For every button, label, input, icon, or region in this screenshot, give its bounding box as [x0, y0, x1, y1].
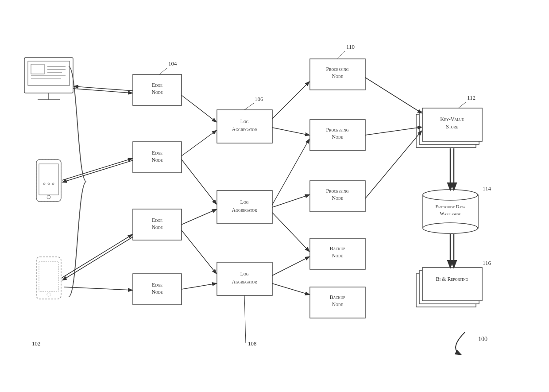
svg-rect-17	[36, 257, 61, 299]
svg-text:112: 112	[467, 94, 476, 101]
svg-text:104: 104	[168, 60, 177, 67]
svg-line-70	[458, 102, 466, 108]
svg-point-14	[52, 183, 54, 185]
svg-text:Key-Value: Key-Value	[440, 116, 464, 122]
svg-line-91	[182, 131, 216, 156]
svg-text:Edge: Edge	[152, 282, 162, 288]
svg-text:Node: Node	[151, 157, 162, 163]
svg-line-103	[365, 78, 421, 113]
svg-line-86	[63, 160, 133, 182]
svg-line-85	[62, 159, 132, 180]
svg-point-12	[43, 183, 45, 185]
svg-line-88	[63, 237, 133, 280]
svg-text:116: 116	[483, 260, 491, 266]
svg-line-87	[62, 235, 132, 278]
svg-text:110: 110	[346, 43, 355, 50]
svg-text:Bi & Reporting: Bi & Reporting	[436, 276, 468, 282]
svg-point-73	[423, 223, 478, 233]
svg-line-99	[272, 195, 309, 207]
svg-text:Processing: Processing	[326, 66, 348, 72]
svg-line-92	[182, 159, 216, 204]
svg-text:Node: Node	[332, 301, 343, 307]
svg-text:Store: Store	[446, 124, 458, 130]
svg-text:Node: Node	[151, 224, 162, 230]
svg-text:106: 106	[255, 96, 263, 102]
svg-line-105	[365, 131, 421, 198]
svg-text:Processing: Processing	[326, 188, 348, 194]
svg-line-33	[159, 68, 167, 74]
svg-rect-2	[31, 64, 44, 74]
svg-text:Edge: Edge	[152, 217, 162, 223]
svg-line-97	[272, 128, 309, 135]
svg-line-83	[73, 89, 132, 93]
svg-line-93	[182, 210, 216, 225]
svg-line-63	[337, 51, 345, 59]
svg-rect-79	[422, 268, 482, 301]
svg-line-104	[365, 127, 421, 135]
svg-text:Log: Log	[240, 199, 249, 205]
svg-line-102	[272, 283, 309, 295]
svg-text:Node: Node	[151, 289, 162, 295]
svg-line-44	[244, 103, 254, 110]
svg-line-100	[272, 213, 309, 251]
svg-text:Backup: Backup	[329, 294, 345, 300]
svg-point-72	[423, 190, 478, 200]
svg-text:Node: Node	[332, 73, 343, 79]
svg-text:Aggregator: Aggregator	[232, 126, 258, 132]
svg-line-95	[182, 283, 216, 289]
svg-line-96	[272, 82, 309, 119]
svg-text:Aggregator: Aggregator	[232, 279, 258, 285]
svg-line-94	[182, 230, 216, 273]
svg-text:Backup: Backup	[329, 245, 345, 252]
svg-point-15	[47, 195, 50, 199]
svg-text:108: 108	[248, 340, 257, 347]
svg-text:Log: Log	[240, 118, 249, 124]
svg-text:Node: Node	[332, 195, 343, 201]
svg-point-13	[48, 183, 50, 185]
svg-text:Processing: Processing	[326, 127, 348, 133]
label-102: 102	[32, 340, 41, 347]
svg-rect-0	[24, 58, 73, 93]
diagram-container: 102 Edge Node Edge Node Edge Node Edge N…	[0, 0, 549, 392]
svg-text:Node: Node	[332, 252, 343, 259]
svg-text:Aggregator: Aggregator	[232, 207, 258, 213]
svg-text:Node: Node	[151, 89, 162, 95]
svg-text:Edge: Edge	[152, 150, 162, 156]
svg-rect-1	[28, 61, 70, 85]
svg-line-46	[244, 295, 246, 343]
svg-text:Log: Log	[240, 271, 249, 277]
svg-text:100: 100	[478, 336, 487, 342]
svg-line-101	[272, 257, 309, 276]
svg-line-98	[272, 140, 309, 205]
svg-line-89	[64, 287, 132, 290]
svg-text:Warehouse: Warehouse	[440, 211, 460, 216]
svg-point-19	[47, 293, 50, 296]
svg-rect-18	[39, 261, 58, 291]
svg-line-84	[74, 86, 133, 91]
svg-text:Node: Node	[332, 134, 343, 140]
svg-text:Edge: Edge	[152, 82, 162, 88]
diagram-svg: 102 Edge Node Edge Node Edge Node Edge N…	[0, 0, 549, 392]
svg-line-90	[182, 95, 216, 122]
svg-text:Enterprise Data: Enterprise Data	[435, 204, 465, 209]
svg-text:114: 114	[483, 185, 491, 192]
svg-rect-11	[39, 164, 58, 195]
